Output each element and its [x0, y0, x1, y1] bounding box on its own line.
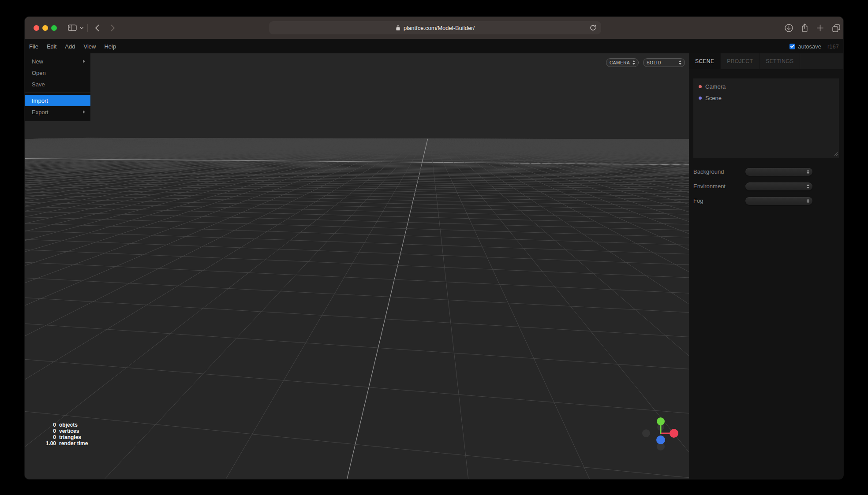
- sidebar-chevron-icon[interactable]: [79, 26, 84, 30]
- camera-select-value: CAMERA: [610, 60, 630, 65]
- select-stepper-icon: [679, 60, 681, 65]
- address-bar[interactable]: plantfce.com/Model-Builder/: [269, 21, 601, 34]
- menu-item-label: Save: [32, 81, 45, 88]
- toolbar-separator: [87, 24, 88, 32]
- stat-vertices: 0vertices: [41, 428, 88, 434]
- file-menu-item[interactable]: Open: [25, 67, 90, 78]
- file-menu-item[interactable]: New: [25, 56, 90, 67]
- grid-lines: [25, 138, 689, 479]
- autosave-control[interactable]: autosave: [789, 43, 821, 50]
- select-stepper-icon: [807, 184, 809, 189]
- outliner-item-camera[interactable]: Camera: [693, 81, 839, 92]
- menu-item-label: Open: [32, 70, 46, 76]
- axis-gizmo[interactable]: [642, 417, 678, 450]
- share-icon[interactable]: [801, 23, 808, 32]
- file-menu-item[interactable]: Save: [25, 78, 90, 90]
- outliner-item-label: Camera: [705, 83, 726, 90]
- scene-properties: Background Environment Fog: [689, 164, 843, 208]
- autosave-checkbox[interactable]: [789, 44, 795, 49]
- scene-outliner: Camera Scene: [693, 78, 839, 158]
- menu-divider: [25, 92, 90, 93]
- environment-select[interactable]: [745, 182, 812, 190]
- property-row-environment: Environment: [693, 179, 839, 194]
- render-stats: 0objects 0vertices 0triangles 1.00render…: [41, 422, 88, 447]
- sidebar-toggle-icon[interactable]: [68, 24, 77, 31]
- fog-select[interactable]: [745, 197, 812, 205]
- resize-handle[interactable]: [834, 149, 838, 157]
- menu-help[interactable]: Help: [104, 43, 116, 50]
- stat-objects: 0objects: [41, 422, 88, 428]
- toolbar-right: [785, 17, 841, 39]
- file-menu-item[interactable]: Import: [25, 95, 90, 106]
- url-text: plantfce.com/Model-Builder/: [404, 25, 475, 31]
- file-menu-item[interactable]: Export: [25, 106, 90, 118]
- menu-view[interactable]: View: [84, 43, 96, 50]
- reload-icon[interactable]: [590, 24, 596, 33]
- revision-label: r167: [827, 43, 839, 50]
- menu-add[interactable]: Add: [65, 43, 75, 50]
- property-label: Background: [693, 168, 745, 175]
- property-label: Environment: [693, 183, 745, 190]
- new-tab-icon[interactable]: [816, 24, 824, 32]
- zoom-button[interactable]: [51, 25, 57, 31]
- outliner-item-scene[interactable]: Scene: [693, 92, 839, 104]
- submenu-arrow-icon: [83, 110, 85, 114]
- property-label: Fog: [693, 197, 745, 204]
- sidebar-tabs: SCENE PROJECT SETTINGS: [689, 53, 843, 69]
- stat-render-time: 1.00render time: [41, 440, 88, 447]
- browser-window: plantfce.com/Model-Builder/: [25, 17, 843, 479]
- back-button[interactable]: [95, 24, 100, 32]
- menu-item-label: New: [32, 58, 43, 65]
- tab-scene[interactable]: SCENE: [689, 53, 721, 69]
- tab-project[interactable]: PROJECT: [721, 53, 760, 69]
- tab-settings[interactable]: SETTINGS: [760, 53, 800, 69]
- toolbar-left: [68, 17, 115, 39]
- sidebar-panel: SCENE PROJECT SETTINGS Camera Scene: [689, 53, 843, 479]
- viewport-scene-svg[interactable]: [25, 53, 689, 479]
- select-stepper-icon: [807, 199, 809, 203]
- select-stepper-icon: [632, 60, 635, 65]
- 3d-viewport[interactable]: New Open Save Import Export: [25, 53, 689, 479]
- select-stepper-icon: [807, 170, 809, 174]
- downloads-icon[interactable]: [785, 24, 793, 32]
- menu-file[interactable]: File: [29, 43, 38, 50]
- camera-select[interactable]: CAMERA: [606, 58, 639, 67]
- check-icon: [790, 45, 794, 48]
- minimize-button[interactable]: [42, 25, 48, 31]
- property-row-fog: Fog: [693, 194, 839, 208]
- outliner-item-label: Scene: [705, 95, 722, 101]
- shading-select-value: SOLID: [647, 60, 661, 65]
- file-dropdown-menu: New Open Save Import Export: [25, 53, 90, 121]
- forward-button[interactable]: [110, 24, 115, 32]
- menu-edit[interactable]: Edit: [47, 43, 56, 50]
- autosave-label: autosave: [798, 43, 821, 50]
- submenu-arrow-icon: [83, 60, 85, 63]
- tab-overview-icon[interactable]: [832, 24, 841, 32]
- menu-item-label: Export: [32, 109, 49, 115]
- background-select[interactable]: [745, 168, 812, 176]
- outliner-dot: [699, 85, 702, 88]
- menu-item-label: Import: [32, 97, 48, 104]
- outliner-dot: [699, 97, 702, 100]
- lock-icon: [396, 25, 400, 31]
- shading-select[interactable]: SOLID: [643, 58, 685, 67]
- property-row-background: Background: [693, 164, 839, 179]
- app-menubar: File Edit Add View Help autosave r167: [25, 39, 843, 53]
- traffic-lights: [34, 25, 57, 31]
- browser-chrome: plantfce.com/Model-Builder/: [25, 17, 843, 39]
- close-button[interactable]: [34, 25, 39, 31]
- stat-triangles: 0triangles: [41, 434, 88, 440]
